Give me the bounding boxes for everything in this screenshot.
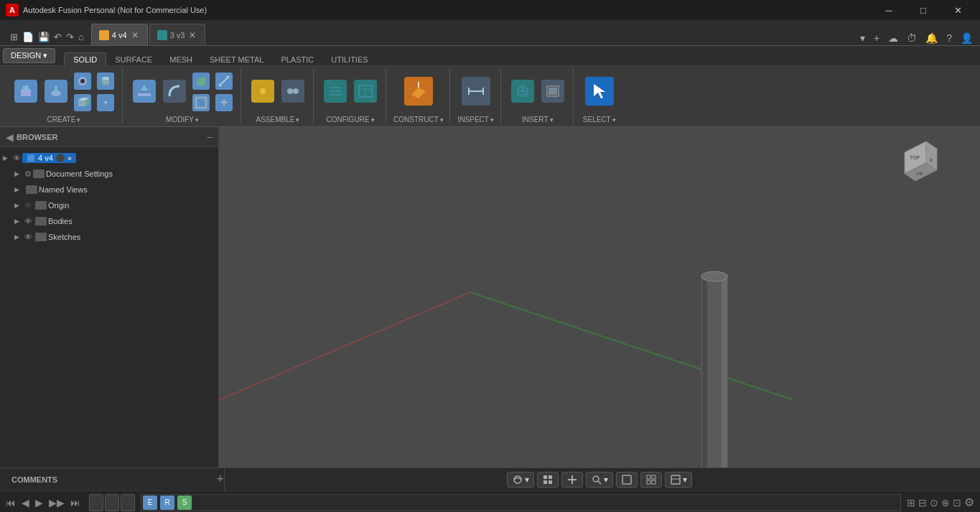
tree-arrow: ▶ xyxy=(14,233,24,241)
create-extrude-button[interactable] xyxy=(11,78,40,106)
help-button[interactable]: ? xyxy=(943,31,955,45)
close-button[interactable]: ✕ xyxy=(941,0,974,20)
grid-display-button[interactable] xyxy=(640,472,662,488)
more-options-button[interactable]: ▾ xyxy=(665,472,692,488)
eye-icon[interactable]: 👁 xyxy=(24,233,32,241)
display-mode-button[interactable] xyxy=(616,472,638,488)
timeline-item-1[interactable]: E xyxy=(143,495,157,510)
eye-icon[interactable]: 👁 xyxy=(24,201,32,210)
snap-icon-5[interactable]: ⊡ xyxy=(953,497,961,508)
ribbon-tab-mesh[interactable]: MESH xyxy=(161,53,201,66)
insert-canvas-button[interactable] xyxy=(538,78,567,106)
tree-item-origin[interactable]: ▶ 👁 Origin xyxy=(0,197,218,213)
pan-button[interactable] xyxy=(561,472,583,488)
inspect-group-label: INSPECT ▾ xyxy=(458,116,494,124)
create-revolve-button[interactable] xyxy=(42,78,70,106)
construct-plane-button[interactable] xyxy=(400,74,437,110)
orbit-button[interactable]: ▾ xyxy=(507,472,534,488)
visibility-dot: ● xyxy=(67,154,73,162)
timeline-snap-3[interactable] xyxy=(121,494,135,511)
grid-toggle-button[interactable] xyxy=(537,472,559,488)
zoom-dropdown: ▾ xyxy=(604,475,608,485)
cloud-button[interactable]: ☁ xyxy=(885,31,901,45)
clock-button[interactable]: ⏱ xyxy=(904,31,920,45)
file-menu-button[interactable]: 📄 xyxy=(21,30,35,44)
create-box-button[interactable] xyxy=(72,93,93,113)
timeline-prev-button[interactable]: ◀ xyxy=(22,497,29,508)
zoom-fit-button[interactable]: ▾ xyxy=(586,472,613,488)
folder-icon xyxy=(34,200,48,211)
snap-icon-4[interactable]: ⊕ xyxy=(941,497,950,508)
modify-shell-button[interactable] xyxy=(190,93,212,113)
timeline-item-2[interactable]: R xyxy=(160,495,174,510)
tab-close-button[interactable]: ✕ xyxy=(130,30,140,40)
browser-collapse-button[interactable]: − xyxy=(207,131,213,143)
ribbon-tab-sheet-metal[interactable]: SHEET METAL xyxy=(201,53,272,66)
browser-back-button[interactable]: ◀ xyxy=(6,131,14,143)
select-button[interactable] xyxy=(581,74,618,110)
user-button[interactable]: 👤 xyxy=(958,31,976,45)
timeline-next-button[interactable]: ▶▶ xyxy=(49,497,65,508)
record-button[interactable] xyxy=(56,154,65,162)
timeline-item-3[interactable]: S xyxy=(177,495,192,510)
timeline-start-button[interactable]: ⏮ xyxy=(6,497,16,508)
eye-icon[interactable]: 👁 xyxy=(13,154,21,162)
modify-combine-button[interactable]: ✛ xyxy=(213,93,235,113)
modify-chamfer-button[interactable] xyxy=(190,71,212,91)
redo-button[interactable]: ↷ xyxy=(65,30,75,44)
home-button[interactable]: ⌂ xyxy=(77,30,85,44)
tab-3v3[interactable]: 3 v3 ✕ xyxy=(149,24,206,45)
ribbon-tab-plastic[interactable]: PLASTIC xyxy=(272,53,322,66)
gear-icon: ⚙ xyxy=(24,169,32,179)
timeline-area[interactable]: E R S xyxy=(141,494,901,511)
ribbon-tab-solid[interactable]: SOLID xyxy=(64,52,106,66)
snap-icon-2[interactable]: ⊟ xyxy=(918,497,927,508)
timeline-snap-2[interactable] xyxy=(105,494,119,511)
tree-item-bodies[interactable]: ▶ 👁 Bodies xyxy=(0,213,218,229)
design-dropdown-button[interactable]: DESIGN ▾ xyxy=(3,48,55,63)
assemble-new-component-button[interactable] xyxy=(248,78,277,106)
save-button[interactable]: 💾 xyxy=(37,30,51,44)
create-cylinder-button[interactable] xyxy=(95,71,116,91)
modify-fillet-button[interactable] xyxy=(160,78,189,106)
new-tab-button[interactable]: + xyxy=(871,31,882,45)
tree-item-sketches[interactable]: ▶ 👁 Sketches xyxy=(0,229,218,245)
browser-title: BROWSER xyxy=(17,133,204,141)
svg-marker-40 xyxy=(594,84,605,98)
tree-item-root[interactable]: ▶ 👁 4 v4 ● xyxy=(0,150,218,166)
tab-label: 3 v3 xyxy=(170,31,185,39)
timeline-snap-1[interactable] xyxy=(89,494,103,511)
shell-icon xyxy=(192,94,210,111)
tree-item-named-views[interactable]: ▶ Named Views xyxy=(0,182,218,197)
inspect-measure-button[interactable] xyxy=(457,74,495,110)
snap-icon-3[interactable]: ⊙ xyxy=(930,497,938,508)
create-hole-button[interactable] xyxy=(72,71,93,91)
ribbon-tab-utilities[interactable]: UTILITIES xyxy=(322,53,376,66)
modify-press-pull-button[interactable] xyxy=(130,78,159,106)
tree-label: Named Views xyxy=(39,185,88,194)
add-comment-button[interactable]: + xyxy=(216,472,224,487)
eye-icon[interactable]: 👁 xyxy=(24,217,32,225)
notification-button[interactable]: 🔔 xyxy=(923,31,941,45)
tab-4v4[interactable]: 4 v4 ✕ xyxy=(91,24,148,45)
grid-menu-button[interactable]: ⊞ xyxy=(9,30,19,44)
tab-close-button[interactable]: ✕ xyxy=(187,30,197,40)
timeline-end-button[interactable]: ⏭ xyxy=(70,497,80,508)
tab-dropdown-button[interactable]: ▾ xyxy=(857,31,868,45)
undo-button[interactable]: ↶ xyxy=(52,30,63,44)
tree-item-doc-settings[interactable]: ▶ ⚙ Document Settings xyxy=(0,166,218,182)
configure-parameters-button[interactable] xyxy=(321,78,350,106)
snap-icon-1[interactable]: ⊞ xyxy=(907,497,915,508)
3d-viewport[interactable]: TOP FR R xyxy=(219,127,980,467)
minimize-button[interactable]: ─ xyxy=(872,0,905,20)
ribbon-tab-surface[interactable]: SURFACE xyxy=(106,53,161,66)
maximize-button[interactable]: □ xyxy=(907,0,940,20)
assemble-joint-button[interactable] xyxy=(279,78,307,106)
insert-derive-button[interactable] xyxy=(508,78,537,106)
folder-icon xyxy=(32,168,46,180)
timeline-play-button[interactable]: ▶ xyxy=(35,497,43,508)
settings-button[interactable]: ⚙ xyxy=(964,495,974,509)
create-more-button[interactable]: + xyxy=(95,93,116,113)
configure-table-button[interactable] xyxy=(351,78,380,106)
modify-scale-button[interactable] xyxy=(213,71,235,91)
